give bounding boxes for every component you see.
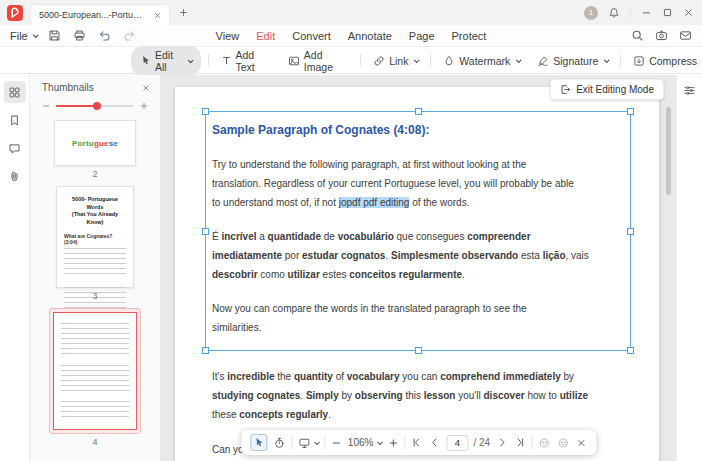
- chevron-down-icon: [516, 57, 522, 63]
- thumbnails-panel-icon[interactable]: [4, 81, 26, 103]
- paragraph-heading: Sample Paragraph of Cognates (4:08):: [212, 121, 622, 140]
- signature-icon: [537, 55, 549, 67]
- next-page-button[interactable]: [495, 436, 508, 449]
- previous-page-button[interactable]: [428, 436, 441, 449]
- thumbnail-3-text-lines: [64, 248, 126, 274]
- slider-knob[interactable]: [93, 102, 101, 110]
- pdf-editor-window: 5000-European...-Portuguese * 1 File Vie…: [0, 0, 702, 461]
- zoom-out-icon[interactable]: [42, 102, 50, 110]
- divider: [630, 6, 631, 19]
- thumbnail-page-2[interactable]: Portuguese: [54, 120, 136, 166]
- print-icon[interactable]: [72, 28, 87, 43]
- slider-track[interactable]: [56, 105, 134, 107]
- thumbnail-list: Portuguese 2 5000- Portuguese Words (Tha…: [30, 114, 160, 454]
- undo-icon[interactable]: [97, 28, 112, 43]
- thumbnail-page-3[interactable]: 5000- Portuguese Words (That You Already…: [56, 186, 134, 288]
- link-button[interactable]: Link: [368, 52, 423, 70]
- tab-protect[interactable]: Protect: [452, 30, 487, 42]
- thumbnail-3-heading: 5000- Portuguese Words: [64, 196, 126, 211]
- zoom-in-button[interactable]: [387, 437, 399, 449]
- divider: [404, 436, 405, 449]
- user-avatar[interactable]: 1: [584, 6, 598, 20]
- add-image-button[interactable]: Add Image: [283, 46, 353, 76]
- text-icon: [221, 55, 232, 66]
- new-tab-button[interactable]: [177, 6, 190, 19]
- thumbnails-panel: Thumbnails Portuguese 2 5000- Portuguese…: [30, 75, 161, 461]
- properties-panel-icon[interactable]: [683, 84, 696, 461]
- link-label: Link: [389, 55, 408, 67]
- neutral-face-icon[interactable]: [556, 436, 570, 450]
- attachments-icon[interactable]: [4, 165, 26, 187]
- notifications-bell-icon[interactable]: [608, 7, 620, 19]
- document-tab[interactable]: 5000-European...-Portuguese *: [30, 4, 170, 25]
- selection-handle[interactable]: [415, 347, 422, 354]
- thumbnail-4-text-lines: [61, 323, 129, 357]
- paragraph-2-portuguese: É incrível a quantidade de vocabulário q…: [212, 227, 622, 284]
- thumbnail-page-4[interactable]: [53, 312, 137, 430]
- redo-icon[interactable]: [122, 28, 137, 43]
- comments-icon[interactable]: [4, 137, 26, 159]
- exit-editing-mode-button[interactable]: Exit Editing Mode: [550, 79, 664, 100]
- happy-face-icon[interactable]: [537, 436, 551, 450]
- tab-page[interactable]: Page: [409, 30, 435, 42]
- exit-icon: [560, 84, 571, 95]
- last-page-button[interactable]: [513, 436, 526, 449]
- tab-edit[interactable]: Edit: [256, 30, 275, 42]
- close-icon[interactable]: [683, 7, 694, 18]
- watermark-button[interactable]: Watermark: [438, 52, 525, 70]
- selection-handle[interactable]: [202, 108, 209, 115]
- signature-button[interactable]: Signature: [532, 52, 613, 70]
- maximize-icon[interactable]: [662, 7, 673, 18]
- file-menu[interactable]: File: [10, 30, 37, 42]
- compress-button[interactable]: Compress: [628, 52, 702, 70]
- thumbnails-panel-title: Thumbnails: [42, 82, 94, 93]
- tab-view[interactable]: View: [216, 30, 240, 42]
- tab-close-icon[interactable]: [154, 12, 161, 19]
- timer-icon[interactable]: [272, 436, 286, 450]
- zoom-out-button[interactable]: [330, 437, 342, 449]
- save-icon[interactable]: [47, 28, 62, 43]
- selection-handle[interactable]: [202, 347, 209, 354]
- main-content: Thumbnails Portuguese 2 5000- Portuguese…: [0, 75, 702, 461]
- thumbnail-3-number: 3: [92, 291, 97, 301]
- link-icon: [373, 55, 385, 67]
- floating-status-toolbar: 106% / 24: [241, 430, 596, 455]
- panel-close-icon[interactable]: [142, 84, 150, 92]
- selection-handle[interactable]: [627, 347, 634, 354]
- app-logo-icon[interactable]: [7, 5, 23, 21]
- bookmarks-icon[interactable]: [4, 109, 26, 131]
- vertical-scrollbar-thumb[interactable]: [666, 107, 671, 195]
- search-icon[interactable]: [631, 29, 644, 42]
- selection-handle[interactable]: [627, 228, 634, 235]
- presentation-mode-icon[interactable]: [297, 436, 319, 450]
- thumbnail-page-4-selected[interactable]: [49, 308, 141, 434]
- thumbnail-4-text-lines: [61, 401, 129, 419]
- chevron-down-icon: [314, 439, 320, 445]
- tab-annotate[interactable]: Annotate: [348, 30, 392, 42]
- divider: [531, 436, 532, 449]
- screenshot-camera-icon[interactable]: [655, 29, 668, 42]
- select-tool-icon[interactable]: [250, 434, 267, 451]
- minimize-icon[interactable]: [641, 7, 652, 18]
- close-toolbar-icon[interactable]: [575, 437, 587, 449]
- compress-icon: [633, 55, 645, 67]
- selected-text-block[interactable]: Sample Paragraph of Cognates (4:08): Try…: [205, 111, 631, 351]
- mail-icon[interactable]: [679, 29, 692, 42]
- edit-all-button[interactable]: Edit All: [131, 46, 201, 76]
- compress-label: Compress: [649, 55, 697, 67]
- divider: [620, 54, 621, 67]
- zoom-in-icon[interactable]: [140, 102, 148, 110]
- tab-convert[interactable]: Convert: [292, 30, 331, 42]
- thumbnail-2-art: Portuguese: [72, 139, 118, 148]
- zoom-level-dropdown[interactable]: 106%: [347, 436, 383, 449]
- selection-handle[interactable]: [202, 228, 209, 235]
- thumbnail-3-subheading: (That You Already Know): [64, 211, 126, 226]
- chevron-down-icon: [604, 57, 610, 63]
- selection-handle[interactable]: [627, 108, 634, 115]
- add-text-button[interactable]: Add Text: [216, 46, 276, 76]
- selection-handle[interactable]: [415, 108, 422, 115]
- first-page-button[interactable]: [410, 436, 423, 449]
- page-number-input[interactable]: [446, 435, 468, 451]
- pdf-page[interactable]: Sample Paragraph of Cognates (4:08): Try…: [175, 87, 659, 461]
- titlebar-controls: 1: [584, 6, 694, 20]
